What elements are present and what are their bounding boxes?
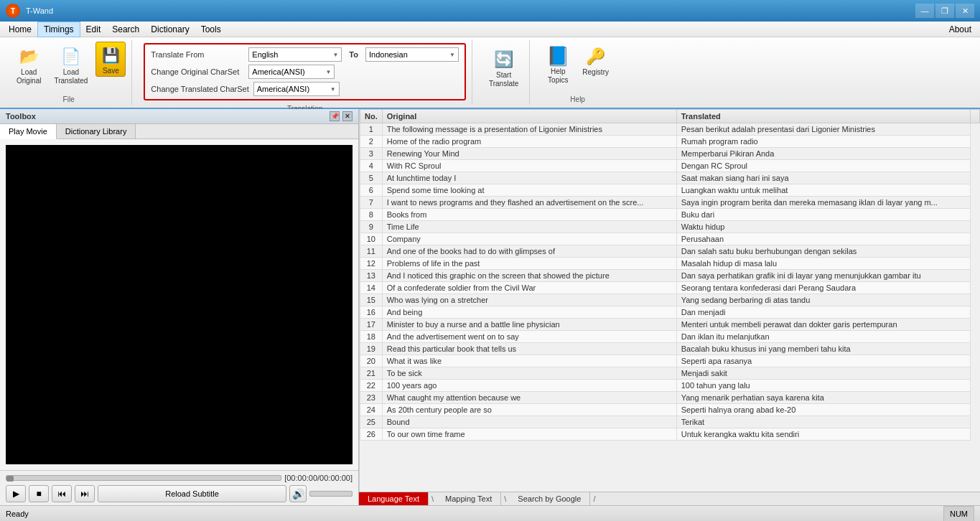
trans-charset-arrow: ▼ (330, 86, 336, 93)
change-translated-charset-label: Change Translated CharSet (151, 85, 248, 93)
table-row[interactable]: 9 Time Life Waktu hidup (360, 221, 980, 233)
table-row[interactable]: 15 Who was lying on a stretcher Yang sed… (360, 294, 980, 306)
row-number: 14 (360, 282, 383, 294)
row-number: 10 (360, 233, 383, 245)
video-controls: [00:00:00/00:00:00] ▶ ■ ⏮ ⏭ Reload Subti… (0, 470, 358, 505)
stop-button[interactable]: ■ (29, 485, 49, 502)
row-original: Read this particular book that tells us (382, 343, 676, 355)
table-row[interactable]: 6 Spend some time looking at Luangkan wa… (360, 184, 980, 197)
table-row[interactable]: 8 Books from Buku dari (360, 209, 980, 221)
from-language-select[interactable]: English ▼ (248, 47, 342, 62)
row-number: 23 (360, 392, 383, 404)
table-row[interactable]: 13 And I noticed this graphic on the scr… (360, 270, 980, 282)
tab-slash-2: \ (501, 492, 509, 505)
table-row[interactable]: 5 At lunchtime today I Saat makan siang … (360, 172, 980, 184)
table-row[interactable]: 20 What it was like Seperti apa rasanya (360, 355, 980, 367)
table-row[interactable]: 26 To our own time frame Untuk kerangka … (360, 428, 980, 441)
row-original: Minister to buy a nurse and a battle lin… (382, 319, 676, 331)
translate-from-label: Translate From (151, 50, 244, 59)
volume-slider[interactable] (309, 491, 353, 497)
speaker-button[interactable]: 🔊 (289, 485, 307, 502)
table-row[interactable]: 23 What caught my attention because we Y… (360, 392, 980, 404)
next-button[interactable]: ⏭ (75, 485, 95, 502)
menu-item-dictionary[interactable]: Dictionary (145, 22, 195, 37)
table-row[interactable]: 3 Renewing Your Mind Memperbarui Pikiran… (360, 148, 980, 160)
menu-item-home[interactable]: Home (3, 22, 37, 37)
menu-item-tools[interactable]: Tools (195, 22, 227, 37)
table-row[interactable]: 24 As 20th century people are so Seperti… (360, 404, 980, 416)
save-button[interactable]: 💾 Save (95, 42, 126, 77)
toolbox: Toolbox 📌 ✕ Play Movie Dictionary Librar… (0, 109, 359, 505)
help-buttons: 📘 Help Topics 🔑 Registry (541, 42, 614, 88)
row-translated: Saat makan siang hari ini saya (676, 172, 970, 184)
row-number: 25 (360, 416, 383, 428)
col-header-original: Original (382, 110, 676, 123)
row-number: 4 (360, 160, 383, 172)
menu-item-about[interactable]: About (943, 22, 977, 37)
table-row[interactable]: 25 Bound Terikat (360, 416, 980, 428)
table-row[interactable]: 1 The following message is a presentatio… (360, 123, 980, 136)
toolbox-pin-button[interactable]: 📌 (330, 111, 340, 121)
orig-charset-arrow: ▼ (325, 69, 331, 75)
menu-item-timings[interactable]: Timings (37, 22, 80, 37)
from-lang-arrow: ▼ (332, 52, 338, 58)
subtitle-table[interactable]: No. Original Translated 1 The following … (359, 109, 980, 492)
maximize-button[interactable]: ❐ (935, 4, 954, 18)
row-translated: Yang menarik perhatian saya karena kita (676, 392, 970, 404)
load-original-button[interactable]: 📂 Load Original (11, 42, 46, 89)
table-row[interactable]: 4 With RC Sproul Dengan RC Sproul (360, 160, 980, 172)
help-topics-icon-area: 📘 (546, 45, 569, 67)
row-number: 26 (360, 428, 383, 441)
table-row[interactable]: 17 Minister to buy a nurse and a battle … (360, 319, 980, 331)
close-button[interactable]: ✕ (956, 4, 974, 18)
table-row[interactable]: 2 Home of the radio program Rumah progra… (360, 136, 980, 148)
table-row[interactable]: 22 100 years ago 100 tahun yang lalu (360, 380, 980, 392)
to-language-select[interactable]: Indonesian ▼ (365, 47, 459, 62)
minimize-button[interactable]: — (915, 4, 934, 18)
table-row[interactable]: 19 Read this particular book that tells … (360, 343, 980, 355)
toolbox-close-button[interactable]: ✕ (342, 111, 353, 121)
tab-dictionary-library[interactable]: Dictionary Library (57, 124, 136, 139)
row-original: The following message is a presentation … (382, 123, 676, 136)
row-original: As 20th century people are so (382, 404, 676, 416)
registry-label: Registry (582, 68, 609, 76)
table-row[interactable]: 18 And the advertisement went on to say … (360, 331, 980, 343)
row-number: 8 (360, 209, 383, 221)
row-original: What caught my attention because we (382, 392, 676, 404)
scrubber-handle[interactable] (6, 476, 14, 482)
table-row[interactable]: 21 To be sick Menjadi sakit (360, 367, 980, 380)
prev-button[interactable]: ⏮ (52, 485, 72, 502)
load-translated-button[interactable]: 📄 Load Translated (49, 42, 93, 89)
original-charset-select[interactable]: America(ANSI) ▼ (248, 65, 335, 79)
menu-item-edit[interactable]: Edit (80, 22, 107, 37)
row-original: And I noticed this graphic on the screen… (382, 270, 676, 282)
help-topics-button[interactable]: 📘 Help Topics (541, 42, 574, 88)
scrubber[interactable] (6, 475, 281, 481)
table-row[interactable]: 16 And being Dan menjadi (360, 306, 980, 319)
row-number: 21 (360, 367, 383, 380)
row-number: 15 (360, 294, 383, 306)
tab-mapping-text[interactable]: Mapping Text (437, 492, 501, 505)
row-number: 11 (360, 245, 383, 258)
table-row[interactable]: 10 Company Perusahaan (360, 233, 980, 245)
table-row[interactable]: 14 Of a confederate soldier from the Civ… (360, 282, 980, 294)
registry-button[interactable]: 🔑 Registry (577, 42, 614, 80)
row-original: Bound (382, 416, 676, 428)
reload-subtitle-button[interactable]: Reload Subtitle (98, 485, 286, 502)
row-translated: Dengan RC Sproul (676, 160, 970, 172)
menu-item-search[interactable]: Search (106, 22, 145, 37)
scrubber-row: [00:00:00/00:00:00] (6, 474, 353, 482)
tab-play-movie[interactable]: Play Movie (0, 124, 57, 139)
translated-charset-select[interactable]: America(ANSI) ▼ (253, 82, 340, 96)
table-row[interactable]: 7 I want to news programs and they flash… (360, 197, 980, 209)
table-row[interactable]: 12 Problems of life in the past Masalah … (360, 258, 980, 270)
col-header-translated: Translated (676, 110, 970, 123)
tab-search-by-google[interactable]: Search by Google (509, 492, 590, 505)
play-button[interactable]: ▶ (6, 485, 26, 502)
row-original: And one of the books had to do with glim… (382, 245, 676, 258)
tab-language-text[interactable]: Language Text (359, 492, 429, 505)
tab-slash-3: / (590, 492, 598, 505)
start-translate-button[interactable]: 🔄 Start Translate (484, 44, 523, 92)
table-row[interactable]: 11 And one of the books had to do with g… (360, 245, 980, 258)
ribbon: 📂 Load Original 📄 Load Translated 💾 Save… (0, 37, 980, 109)
